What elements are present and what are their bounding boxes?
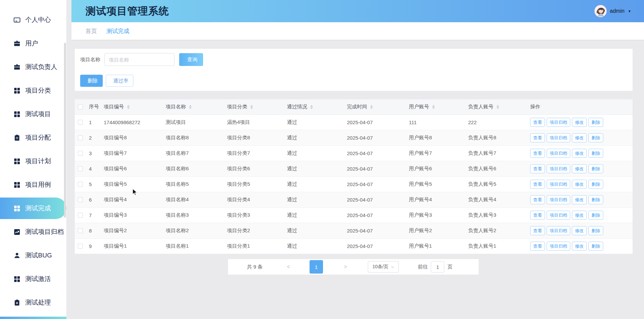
edit-button[interactable]: 修改 <box>572 149 587 158</box>
project-archive-button[interactable]: 项目归档 <box>547 118 570 127</box>
delete-row-button[interactable]: 删除 <box>588 180 603 189</box>
column-header-4[interactable]: 项目分类 <box>227 104 287 110</box>
sidebar-item-10[interactable]: 测试项目归档 <box>0 224 66 240</box>
column-label: 负责人账号 <box>468 104 493 110</box>
project-archive-button[interactable]: 项目归档 <box>547 149 570 158</box>
row-checkbox[interactable] <box>78 120 83 125</box>
view-button[interactable]: 查看 <box>530 211 545 220</box>
sort-icons[interactable] <box>432 105 435 109</box>
column-header-6[interactable]: 完成时间 <box>347 104 409 110</box>
sidebar-item-7[interactable]: 项目计划 <box>0 153 66 169</box>
edit-button[interactable]: 修改 <box>572 118 587 127</box>
delete-button[interactable]: 删除 <box>80 75 103 87</box>
sort-icons[interactable] <box>310 105 313 109</box>
row-checkbox[interactable] <box>78 228 83 233</box>
table-row: 4项目编号6项目名称6项目分类6通过2025-04-07用户账号6负责人账号6查… <box>75 161 633 177</box>
edit-button[interactable]: 修改 <box>572 180 587 189</box>
cell-finish-date: 2025-04-07 <box>347 181 409 187</box>
page-size-select[interactable]: 10条/页 <box>368 261 399 273</box>
row-checkbox[interactable] <box>78 166 83 171</box>
sort-icons[interactable] <box>370 105 373 109</box>
project-archive-button[interactable]: 项目归档 <box>547 164 570 173</box>
column-header-8[interactable]: 负责人账号 <box>468 104 530 110</box>
row-checkbox[interactable] <box>78 244 83 249</box>
delete-row-button[interactable]: 删除 <box>588 149 603 158</box>
goto-page-input[interactable] <box>431 261 444 273</box>
delete-row-button[interactable]: 删除 <box>588 133 603 142</box>
delete-row-button[interactable]: 删除 <box>588 226 603 235</box>
delete-row-button[interactable]: 删除 <box>588 164 603 173</box>
query-button[interactable]: 查询 <box>179 53 203 66</box>
edit-button[interactable]: 修改 <box>572 226 587 235</box>
pagination-prev-button[interactable]: < <box>287 264 290 270</box>
delete-row-button[interactable]: 删除 <box>588 118 603 127</box>
delete-row-button[interactable]: 删除 <box>588 211 603 220</box>
sort-icons[interactable] <box>250 105 253 109</box>
cell-index: 1 <box>89 119 104 125</box>
edit-button[interactable]: 修改 <box>572 211 587 220</box>
project-archive-button[interactable]: 项目归档 <box>547 226 570 235</box>
briefcase-icon <box>13 40 21 47</box>
project-archive-button[interactable]: 项目归档 <box>547 211 570 220</box>
project-archive-button[interactable]: 项目归档 <box>547 180 570 189</box>
cell-index: 2 <box>89 135 104 141</box>
view-button[interactable]: 查看 <box>530 118 545 127</box>
sidebar-item-12[interactable]: 测试激活 <box>0 271 66 287</box>
delete-row-button[interactable]: 删除 <box>588 242 603 251</box>
project-archive-button[interactable]: 项目归档 <box>547 242 570 251</box>
sort-icons[interactable] <box>496 105 499 109</box>
sidebar-item-11[interactable]: 测试BUG <box>0 248 66 263</box>
cell-user-account: 用户账号2 <box>409 227 468 234</box>
sidebar-item-3[interactable]: 测试负责人 <box>0 59 66 75</box>
column-header-7[interactable]: 用户账号 <box>409 104 468 110</box>
view-button[interactable]: 查看 <box>530 133 545 142</box>
view-button[interactable]: 查看 <box>530 180 545 189</box>
select-all-checkbox[interactable] <box>78 104 83 109</box>
row-checkbox[interactable] <box>78 213 83 218</box>
pass-rate-button[interactable]: 通过率 <box>106 75 133 87</box>
view-button[interactable]: 查看 <box>530 242 545 251</box>
row-actions: 查看项目归档修改删除 <box>530 211 603 220</box>
edit-button[interactable]: 修改 <box>572 133 587 142</box>
edit-button[interactable]: 修改 <box>572 164 587 173</box>
sidebar-item-6[interactable]: 项目分配 <box>0 130 66 145</box>
user-menu[interactable]: admin ▼ <box>594 5 631 17</box>
column-header-5[interactable]: 通过情况 <box>287 104 347 110</box>
view-button[interactable]: 查看 <box>530 226 545 235</box>
cell-pass-status: 通过 <box>287 197 347 203</box>
column-header-2[interactable]: 项目编号 <box>104 104 166 110</box>
row-checkbox[interactable] <box>78 151 83 156</box>
project-archive-button[interactable]: 项目归档 <box>547 133 570 142</box>
sort-asc-icon <box>310 105 313 107</box>
column-header-3[interactable]: 项目名称 <box>166 104 227 110</box>
breadcrumb-item-1[interactable]: 首页 <box>86 27 97 35</box>
sidebar-item-4[interactable]: 项目分类 <box>0 83 66 98</box>
sidebar-item-1[interactable]: 个人中心 <box>0 12 66 28</box>
sidebar-item-2[interactable]: 用户 <box>0 36 66 51</box>
project-archive-button[interactable]: 项目归档 <box>547 195 570 204</box>
sidebar-scrollbar[interactable] <box>64 43 66 218</box>
sort-icons[interactable] <box>189 105 192 109</box>
row-checkbox[interactable] <box>78 135 83 140</box>
view-button[interactable]: 查看 <box>530 164 545 173</box>
row-checkbox[interactable] <box>78 182 83 187</box>
page-button-1[interactable]: 1 <box>310 260 323 274</box>
edit-button[interactable]: 修改 <box>572 195 587 204</box>
table-row: 9项目编号1项目名称1项目分类1通过2025-04-07用户账号1负责人账号1查… <box>75 239 633 254</box>
sort-icons[interactable] <box>127 105 130 109</box>
row-checkbox[interactable] <box>78 197 83 202</box>
sidebar-item-13[interactable]: 测试处理 <box>0 295 66 310</box>
view-button[interactable]: 查看 <box>530 195 545 204</box>
cell-pass-status: 通过 <box>287 243 347 249</box>
page-title: 测试项目管理系统 <box>86 4 169 18</box>
delete-row-button[interactable]: 删除 <box>588 195 603 204</box>
view-button[interactable]: 查看 <box>530 149 545 158</box>
row-checkbox-cell <box>75 151 89 156</box>
cell-finish-date: 2025-04-07 <box>347 228 409 234</box>
sidebar-item-5[interactable]: 测试项目 <box>0 106 66 122</box>
edit-button[interactable]: 修改 <box>572 242 587 251</box>
sidebar-item-9[interactable]: 测试完成 <box>0 198 66 219</box>
pagination-next-button[interactable]: > <box>344 264 347 270</box>
sidebar-item-8[interactable]: 项目用例 <box>0 177 66 192</box>
project-name-input[interactable] <box>104 53 174 66</box>
